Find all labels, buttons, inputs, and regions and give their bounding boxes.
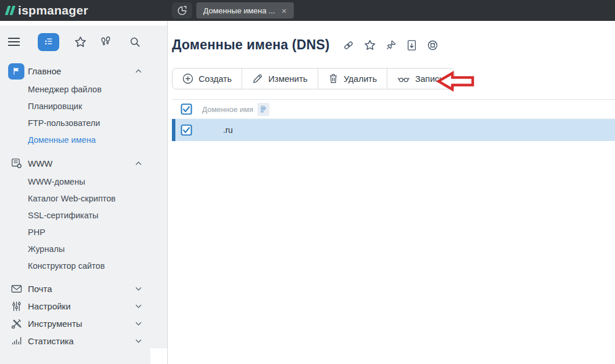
button-label: Удалить xyxy=(344,74,377,84)
section-label: Инструменты xyxy=(28,319,82,329)
table-header: Доменное имя xyxy=(172,99,615,119)
page-title: Доменные имена (DNS) xyxy=(172,37,330,53)
item-label: PHP xyxy=(28,228,45,237)
trash-icon xyxy=(328,73,339,84)
title-actions xyxy=(343,39,438,51)
topbar: ispmanager Доменные имена ... × xyxy=(0,0,615,21)
red-arrow-annotation xyxy=(437,71,475,92)
section-label: Главное xyxy=(28,66,61,76)
section-label: Настройки xyxy=(28,301,71,311)
sidebar-section-www[interactable]: WWW xyxy=(0,154,167,173)
hamburger-menu-icon[interactable] xyxy=(8,37,20,46)
chevron-down-icon xyxy=(135,339,142,343)
footprints-icon[interactable] xyxy=(99,35,112,48)
sidebar-item-www-domains[interactable]: WWW-домены xyxy=(0,173,167,190)
dashboard-button[interactable] xyxy=(172,2,192,19)
chevron-up-icon xyxy=(135,69,142,73)
item-label: SSL-сертификаты xyxy=(28,211,99,220)
selected-row-accent xyxy=(172,119,175,141)
sidebar-section-tools[interactable]: Инструменты xyxy=(0,315,167,332)
bar-chart-icon xyxy=(8,333,24,349)
item-label: Менеджер файлов xyxy=(28,85,102,94)
pie-chart-icon xyxy=(177,5,188,16)
chevron-down-icon xyxy=(135,322,142,326)
star-icon[interactable] xyxy=(364,39,376,51)
item-label: FTP-пользователи xyxy=(28,118,100,128)
plus-circle-icon xyxy=(182,73,193,84)
tab-close-icon[interactable]: × xyxy=(282,6,287,15)
sidebar-item-site-builder[interactable]: Конструктор сайтов xyxy=(0,257,167,274)
item-label: Конструктор сайтов xyxy=(28,261,105,271)
sidebar: Главное Менеджер файлов Планировщик FTP-… xyxy=(0,21,168,364)
pin-icon[interactable] xyxy=(386,39,397,51)
item-label: WWW-домены xyxy=(28,177,85,186)
button-label: Создать xyxy=(199,74,232,84)
item-label: Журналы xyxy=(28,244,64,254)
ispmanager-logo: ispmanager xyxy=(6,3,88,17)
sort-icon[interactable] xyxy=(257,103,269,116)
logo-slashes-icon xyxy=(6,6,14,15)
flag-icon xyxy=(8,63,24,80)
sidebar-section-settings[interactable]: Настройки xyxy=(0,297,167,315)
sidebar-item-domain-names[interactable]: Доменные имена xyxy=(0,131,167,148)
action-toolbar: Создать Изменить xyxy=(172,68,455,89)
sidebar-menu: Главное Менеджер файлов Планировщик FTP-… xyxy=(0,62,167,349)
pencil-icon xyxy=(252,73,263,84)
sidebar-section-statistics[interactable]: Статистика xyxy=(0,332,167,349)
tab-domain-names[interactable]: Доменные имена ... × xyxy=(196,2,294,19)
content-area: Доменные имена (DNS) xyxy=(168,21,615,364)
list-view-button[interactable] xyxy=(38,33,59,51)
button-label: Изменить xyxy=(268,74,308,84)
server-gear-icon xyxy=(8,156,24,172)
sidebar-section-mail[interactable]: Почта xyxy=(0,280,167,297)
sidebar-item-web-scripts[interactable]: Каталог Web-скриптов xyxy=(0,190,167,207)
section-label: Почта xyxy=(28,284,52,294)
sidebar-item-ssl-certificates[interactable]: SSL-сертификаты xyxy=(0,207,167,224)
export-icon[interactable] xyxy=(407,39,417,51)
link-icon[interactable] xyxy=(343,39,354,51)
sidebar-bottom-gap xyxy=(150,348,167,364)
chevron-up-icon xyxy=(135,161,142,165)
tools-icon xyxy=(8,315,24,331)
table-row-domain[interactable]: .ru xyxy=(172,119,615,141)
item-label: Каталог Web-скриптов xyxy=(28,194,116,203)
chevron-down-icon xyxy=(135,304,142,308)
glasses-icon xyxy=(397,74,410,84)
row-checkbox[interactable] xyxy=(181,124,192,136)
delete-button[interactable]: Удалить xyxy=(318,69,387,89)
section-label: WWW xyxy=(28,158,52,168)
list-view-icon xyxy=(44,37,54,47)
logo-text: ispmanager xyxy=(18,3,88,17)
column-header-domain-name: Доменное имя xyxy=(202,105,253,114)
sidebar-item-ftp-users[interactable]: FTP-пользователи xyxy=(0,114,167,131)
item-label: Доменные имена xyxy=(28,135,96,145)
chevron-down-icon xyxy=(135,287,142,291)
select-all-checkbox[interactable] xyxy=(181,103,192,115)
create-button[interactable]: Создать xyxy=(172,69,242,89)
sidebar-item-scheduler[interactable]: Планировщик xyxy=(0,98,167,114)
sidebar-item-php[interactable]: PHP xyxy=(0,224,167,240)
sidebar-item-logs[interactable]: Журналы xyxy=(0,240,167,257)
sidebar-toolbar xyxy=(0,26,167,58)
search-icon[interactable] xyxy=(130,37,141,48)
edit-button[interactable]: Изменить xyxy=(242,69,318,89)
sidebar-item-file-manager[interactable]: Менеджер файлов xyxy=(0,81,167,98)
sidebar-section-glavnoe[interactable]: Главное xyxy=(0,62,167,81)
sliders-icon xyxy=(8,298,24,314)
item-label: Планировщик xyxy=(28,102,82,111)
mail-icon xyxy=(8,280,24,297)
favorites-star-icon[interactable] xyxy=(74,36,87,48)
domain-name-cell: .ru xyxy=(223,125,233,135)
domains-table: Доменное имя .ru xyxy=(172,99,615,141)
section-label: Статистика xyxy=(28,336,74,346)
main-layout: Главное Менеджер файлов Планировщик FTP-… xyxy=(0,21,615,364)
tab-label: Доменные имена ... xyxy=(203,6,275,15)
help-icon[interactable] xyxy=(427,39,438,51)
